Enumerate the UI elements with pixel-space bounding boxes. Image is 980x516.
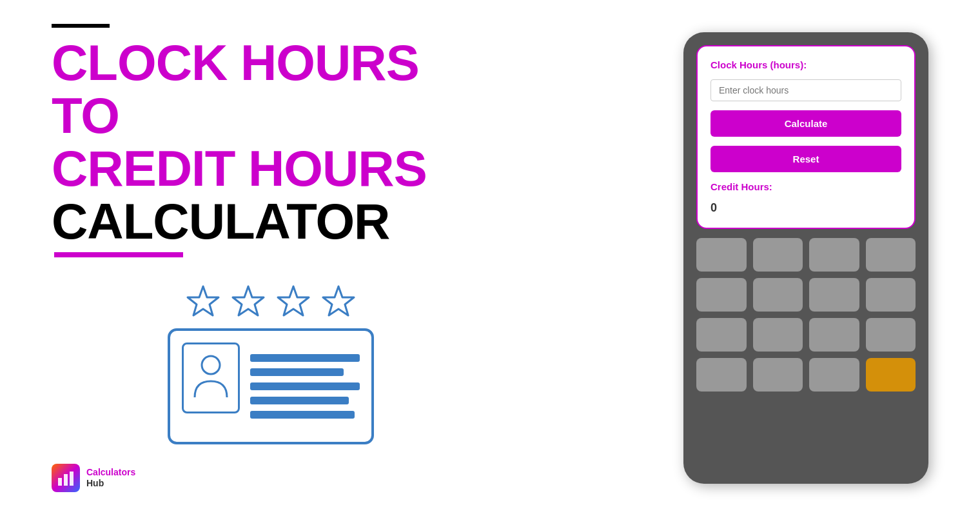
star-icon-4 xyxy=(319,283,358,322)
logo-text: Calculators Hub xyxy=(86,467,135,489)
svg-rect-1 xyxy=(58,478,62,486)
calculator-body: Clock Hours (hours): Calculate Reset Cre… xyxy=(683,32,928,484)
key-btn-3[interactable] xyxy=(809,238,859,272)
left-section: CLOCK HOURS TO CREDIT HOURS CALCULATOR xyxy=(52,24,490,492)
calculator-screen: Clock Hours (hours): Calculate Reset Cre… xyxy=(696,45,916,229)
id-line-4 xyxy=(250,397,349,404)
logo-icon xyxy=(52,464,80,492)
star-icon-2 xyxy=(229,283,268,322)
id-avatar xyxy=(182,342,240,413)
right-section: Clock Hours (hours): Calculate Reset Cre… xyxy=(683,32,928,484)
keypad xyxy=(696,238,916,392)
key-btn-1[interactable] xyxy=(696,238,747,272)
clock-hours-label: Clock Hours (hours): xyxy=(710,59,901,70)
id-line-2 xyxy=(250,368,344,376)
title-line2: CREDIT HOURS xyxy=(52,143,490,195)
svg-rect-2 xyxy=(64,474,68,486)
logo-name-top: Calculators xyxy=(86,467,135,478)
chart-icon xyxy=(57,469,75,487)
svg-rect-3 xyxy=(70,471,74,486)
key-btn-8[interactable] xyxy=(866,278,916,312)
id-card-lines xyxy=(250,342,360,430)
person-icon xyxy=(191,352,230,404)
stars-row xyxy=(184,283,358,322)
key-btn-10[interactable] xyxy=(753,318,803,352)
key-btn-2[interactable] xyxy=(753,238,803,272)
key-btn-13[interactable] xyxy=(696,358,747,392)
id-line-5 xyxy=(250,411,355,419)
calculate-button[interactable]: Calculate xyxy=(710,110,901,137)
key-btn-14[interactable] xyxy=(753,358,803,392)
underline-accent xyxy=(54,252,183,257)
logo-name-bottom: Hub xyxy=(86,478,135,489)
id-line-3 xyxy=(250,382,360,390)
title-line1: CLOCK HOURS TO xyxy=(52,37,490,143)
result-value: 0 xyxy=(710,201,901,215)
key-btn-11[interactable] xyxy=(809,318,859,352)
key-btn-9[interactable] xyxy=(696,318,747,352)
reset-button[interactable]: Reset xyxy=(710,146,901,172)
svg-point-0 xyxy=(202,356,220,374)
illustration-area xyxy=(52,283,490,444)
stars-id-card xyxy=(168,283,374,444)
logo-area: Calculators Hub xyxy=(52,464,490,492)
key-btn-4[interactable] xyxy=(866,238,916,272)
star-icon-3 xyxy=(274,283,313,322)
key-btn-15[interactable] xyxy=(809,358,859,392)
title-line3-wrapper: CALCULATOR xyxy=(52,195,490,264)
star-icon-1 xyxy=(184,283,222,322)
key-btn-orange[interactable] xyxy=(866,358,916,392)
key-btn-7[interactable] xyxy=(809,278,859,312)
key-btn-12[interactable] xyxy=(866,318,916,352)
key-btn-6[interactable] xyxy=(753,278,803,312)
id-line-1 xyxy=(250,354,360,362)
clock-hours-input[interactable] xyxy=(710,79,901,101)
title-line3: CALCULATOR xyxy=(52,195,490,248)
id-card xyxy=(168,328,374,444)
key-btn-5[interactable] xyxy=(696,278,747,312)
result-label: Credit Hours: xyxy=(710,181,901,192)
top-bar-accent xyxy=(52,24,110,28)
